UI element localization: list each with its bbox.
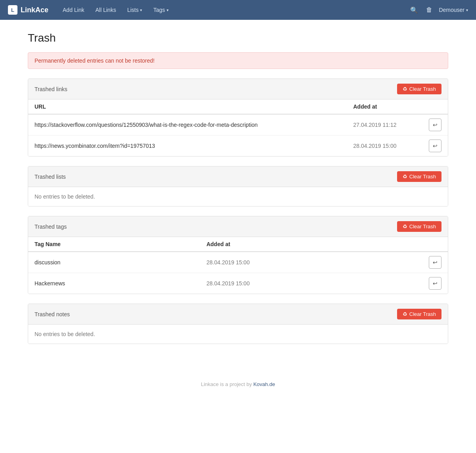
restore-link-button[interactable]: ↩ — [429, 119, 441, 131]
trashed-lists-body: No entries to be deleted. — [28, 187, 448, 206]
username: Demouser — [439, 7, 464, 13]
clear-trash-tags-button[interactable]: ♻ Clear Trash — [397, 221, 441, 232]
trashed-tags-header: Trashed tags ♻ Clear Trash — [28, 216, 448, 237]
link-added-at: 28.04.2019 15:00 — [347, 136, 422, 157]
link-added-at: 27.04.2019 11:12 — [347, 114, 422, 136]
clear-trash-lists-button[interactable]: ♻ Clear Trash — [397, 171, 441, 182]
nav-links: Add Link All Links Lists ▾ Tags ▾ — [58, 4, 409, 15]
clear-trash-lists-label: Clear Trash — [409, 174, 436, 180]
nav-right: 🔍 🗑 Demouser ▾ — [409, 5, 468, 15]
user-menu[interactable]: Demouser ▾ — [439, 7, 468, 13]
search-icon[interactable]: 🔍 — [409, 5, 420, 15]
trashed-notes-body: No entries to be deleted. — [28, 325, 448, 344]
footer-link[interactable]: Kovah.de — [253, 381, 275, 387]
warning-text: Permanently deleted entries can not be r… — [35, 57, 155, 64]
brand-name: LinkAce — [21, 6, 48, 14]
link-url: https://stackoverflow.com/questions/1255… — [28, 114, 347, 136]
nav-tags-label: Tags — [153, 7, 165, 13]
warning-alert: Permanently deleted entries can not be r… — [28, 52, 448, 69]
link-actions: ↩ — [422, 136, 448, 157]
recycle-icon: ♻ — [403, 224, 407, 229]
col-url: URL — [28, 99, 347, 114]
tag-name: Hackernews — [28, 273, 200, 294]
brand[interactable]: L LinkAce — [8, 5, 48, 15]
tag-added-at: 28.04.2019 15:00 — [200, 252, 422, 273]
trashed-links-title: Trashed links — [35, 86, 67, 92]
clear-trash-notes-label: Clear Trash — [409, 311, 436, 317]
trashed-links-body: URL Added at https://stackoverflow.com/q… — [28, 99, 448, 156]
trashed-links-card: Trashed links ♻ Clear Trash URL Added at… — [28, 78, 448, 157]
footer: Linkace is a project by Kovah.de — [0, 373, 476, 395]
trash-icon[interactable]: 🗑 — [424, 5, 434, 15]
col-tag-name: Tag Name — [28, 237, 200, 252]
trashed-tags-title: Trashed tags — [35, 224, 67, 230]
clear-trash-links-label: Clear Trash — [409, 86, 436, 92]
trashed-lists-empty: No entries to be deleted. — [28, 187, 448, 206]
nav-tags-dropdown[interactable]: Tags ▾ — [148, 4, 173, 15]
table-row: https://news.ycombinator.com/item?id=197… — [28, 136, 448, 157]
trashed-notes-header: Trashed notes ♻ Clear Trash — [28, 304, 448, 325]
trashed-notes-card: Trashed notes ♻ Clear Trash No entries t… — [28, 304, 448, 344]
tag-added-at: 28.04.2019 15:00 — [200, 273, 422, 294]
nav-lists-dropdown[interactable]: Lists ▾ — [123, 4, 147, 15]
tag-name: discussion — [28, 252, 200, 273]
trashed-notes-title: Trashed notes — [35, 311, 70, 317]
trashed-links-header: Trashed links ♻ Clear Trash — [28, 79, 448, 99]
nav-all-links[interactable]: All Links — [91, 4, 121, 15]
nav-lists-label: Lists — [127, 7, 139, 13]
nav-tags-chevron-icon: ▾ — [167, 8, 169, 12]
table-row: Hackernews 28.04.2019 15:00 ↩ — [28, 273, 448, 294]
page-title: Trash — [28, 32, 448, 44]
navbar: L LinkAce Add Link All Links Lists ▾ Tag… — [0, 0, 476, 20]
clear-trash-notes-button[interactable]: ♻ Clear Trash — [397, 309, 441, 319]
table-row: https://stackoverflow.com/questions/1255… — [28, 114, 448, 136]
clear-trash-tags-label: Clear Trash — [409, 224, 436, 229]
clear-trash-links-button[interactable]: ♻ Clear Trash — [397, 84, 441, 94]
recycle-icon: ♻ — [403, 174, 407, 180]
restore-tag-button[interactable]: ↩ — [429, 277, 441, 290]
table-row: discussion 28.04.2019 15:00 ↩ — [28, 252, 448, 273]
user-menu-chevron-icon: ▾ — [466, 8, 468, 12]
tag-actions: ↩ — [422, 252, 448, 273]
col-added-at: Added at — [347, 99, 422, 114]
link-actions: ↩ — [422, 114, 448, 136]
trashed-lists-header: Trashed lists ♻ Clear Trash — [28, 166, 448, 187]
nav-lists-chevron-icon: ▾ — [140, 8, 142, 12]
trashed-notes-empty: No entries to be deleted. — [28, 325, 448, 344]
logo-icon: L — [8, 5, 17, 15]
restore-tag-button[interactable]: ↩ — [429, 256, 441, 269]
main-content: Trash Permanently deleted entries can no… — [20, 20, 456, 369]
restore-link-button[interactable]: ↩ — [429, 140, 441, 152]
trashed-lists-card: Trashed lists ♻ Clear Trash No entries t… — [28, 166, 448, 206]
tag-actions: ↩ — [422, 273, 448, 294]
trashed-links-table: URL Added at https://stackoverflow.com/q… — [28, 99, 448, 156]
trashed-tags-card: Trashed tags ♻ Clear Trash Tag Name Adde… — [28, 216, 448, 294]
trashed-lists-title: Trashed lists — [35, 174, 66, 180]
link-url: https://news.ycombinator.com/item?id=197… — [28, 136, 347, 157]
trashed-tags-table: Tag Name Added at discussion 28.04.2019 … — [28, 237, 448, 294]
nav-add-link[interactable]: Add Link — [58, 4, 89, 15]
recycle-icon: ♻ — [403, 311, 407, 317]
recycle-icon: ♻ — [403, 86, 407, 92]
trashed-tags-body: Tag Name Added at discussion 28.04.2019 … — [28, 237, 448, 294]
footer-text: Linkace is a project by — [201, 381, 253, 387]
col-tag-added-at: Added at — [200, 237, 422, 252]
